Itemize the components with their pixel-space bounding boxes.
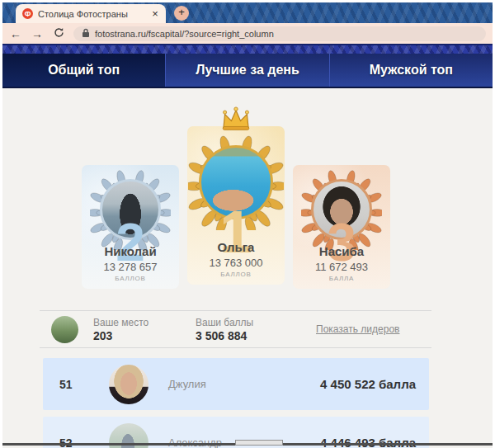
close-tab-icon[interactable]: × — [149, 7, 161, 20]
current-user-panel: Ваше место 203 Ваши баллы 3 506 884 Пока… — [51, 311, 493, 347]
leaderboard-row-51[interactable]: 51 Джулия 4 450 522 балла — [43, 358, 429, 410]
third-place-name: Насиба — [293, 244, 390, 258]
reload-icon[interactable] — [52, 27, 65, 40]
crown-icon — [216, 106, 256, 131]
second-place-score: 13 278 657 — [82, 261, 179, 273]
row-score: 4 450 522 балла — [320, 377, 416, 391]
row-rank: 52 — [59, 436, 87, 448]
second-place-score-label: БАЛЛОВ — [82, 275, 179, 282]
third-place-score-label: БАЛЛА — [293, 275, 390, 282]
url-text: fotostrana.ru/fscapital/?source=right_co… — [95, 29, 274, 39]
top-navigation: Общий топ Лучшие за день Мужской топ — [2, 54, 493, 88]
back-icon[interactable]: ← — [9, 27, 22, 40]
browser-tab-active[interactable]: Ф Столица Фотостраны × — [16, 4, 166, 23]
current-user-avatar[interactable] — [51, 316, 78, 343]
podium-card-third-place[interactable]: 3 Насиба 11 672 493 БАЛЛА — [293, 165, 390, 289]
user-place-block: Ваше место 203 — [93, 317, 186, 342]
row-score: 4 446 493 балла — [320, 436, 416, 448]
second-place-info: Николай 13 278 657 БАЛЛОВ — [82, 244, 179, 282]
second-place-name: Николай — [82, 244, 179, 258]
user-place-label: Ваше место — [93, 317, 186, 328]
third-place-info: Насиба 11 672 493 БАЛЛА — [293, 244, 390, 282]
tab-general-top[interactable]: Общий топ — [2, 54, 165, 87]
lock-icon — [82, 26, 90, 41]
user-points-value: 3 506 884 — [196, 329, 293, 342]
section-divider-bottom — [40, 347, 431, 348]
tab-best-of-day-label: Лучшие за день — [196, 63, 299, 78]
new-tab-button[interactable]: + — [174, 6, 189, 21]
first-place-score-label: БАЛЛОВ — [187, 271, 285, 278]
user-place-value: 203 — [93, 329, 186, 342]
row-name: Александр — [168, 436, 222, 448]
tab-best-of-day[interactable]: Лучшие за день — [165, 54, 328, 87]
user-points-block: Ваши баллы 3 506 884 — [196, 317, 293, 342]
browser-toolbar: ← → fotostrana.ru/fscapital/?source=righ… — [2, 23, 493, 44]
first-place-info: Ольга 13 763 000 БАЛЛОВ — [187, 240, 285, 278]
podium-card-first-place[interactable]: 1 Ольга 13 763 000 БАЛЛОВ — [187, 126, 285, 285]
blue-marble-banner — [2, 45, 493, 54]
tab-general-top-label: Общий топ — [48, 63, 120, 78]
show-leaders-link[interactable]: Показать лидеров — [316, 323, 399, 335]
tab-mens-top-label: Мужской топ — [370, 63, 453, 78]
user-points-label: Ваши баллы — [196, 317, 293, 328]
leaderboard-content: 2 Николай 13 278 657 БАЛЛОВ — [2, 126, 493, 448]
podium-card-second-place[interactable]: 2 Николай 13 278 657 БАЛЛОВ — [82, 165, 179, 289]
row-rank: 51 — [59, 378, 87, 391]
browser-tab-strip: Ф Столица Фотостраны × + — [2, 2, 493, 23]
first-place-name: Ольга — [187, 240, 285, 254]
podium: 2 Николай 13 278 657 БАЛЛОВ — [82, 126, 493, 289]
fotostrana-favicon: Ф — [22, 8, 33, 19]
tab-mens-top[interactable]: Мужской топ — [329, 54, 493, 87]
browser-window: Ф Столица Фотостраны × + ← → fotostrana.… — [0, 0, 495, 448]
row-avatar[interactable] — [109, 365, 148, 404]
leaderboard-list: 51 Джулия 4 450 522 балла 52 Александр 4… — [43, 358, 429, 448]
tab-title: Столица Фотостраны — [38, 9, 144, 19]
third-place-score: 11 672 493 — [293, 261, 390, 273]
forward-icon[interactable]: → — [31, 27, 44, 40]
first-place-score: 13 763 000 — [187, 257, 285, 269]
row-name: Джулия — [168, 378, 206, 390]
address-bar[interactable]: fotostrana.ru/fscapital/?source=right_co… — [73, 26, 486, 41]
window-resize-notch — [235, 440, 283, 446]
